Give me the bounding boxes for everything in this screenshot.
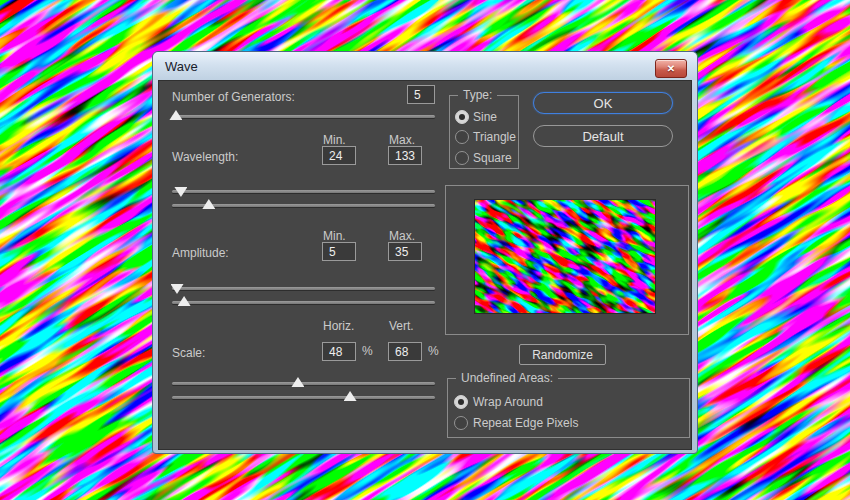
default-button[interactable]: Default xyxy=(533,125,673,147)
ok-button[interactable]: OK xyxy=(533,92,673,114)
amplitude-label: Amplitude: xyxy=(172,246,229,260)
amplitude-min-field[interactable] xyxy=(322,242,356,261)
randomize-button-label: Randomize xyxy=(532,348,593,362)
scale-vert-header: Vert. xyxy=(389,319,414,333)
type-radio-triangle[interactable] xyxy=(455,130,469,144)
close-button[interactable]: ✕ xyxy=(655,59,687,78)
type-radio-square-label[interactable]: Square xyxy=(473,151,512,165)
dialog-titlebar[interactable]: Wave ✕ xyxy=(153,52,697,80)
scale-vert-unit: % xyxy=(428,344,439,358)
wavelength-min-slider xyxy=(172,184,435,198)
randomize-button[interactable]: Randomize xyxy=(519,344,606,365)
type-radio-sine-label[interactable]: Sine xyxy=(473,110,497,124)
scale-horiz-slider-track[interactable] xyxy=(172,382,435,385)
wave-preview-thumbnail xyxy=(475,200,655,313)
dialog-content: Number of Generators: Min. Max. Waveleng… xyxy=(158,80,692,450)
scale-horiz-unit: % xyxy=(362,344,373,358)
amplitude-max-header: Max. xyxy=(389,229,415,243)
generators-label: Number of Generators: xyxy=(172,90,295,104)
screen: Wave ✕ Number of Generators: Min. Max. W… xyxy=(0,0,850,500)
wave-dialog: Wave ✕ Number of Generators: Min. Max. W… xyxy=(152,51,698,454)
amplitude-max-slider xyxy=(172,295,435,309)
type-group-label: Type: xyxy=(458,88,497,102)
ok-button-label: OK xyxy=(594,96,613,111)
generators-field[interactable] xyxy=(407,85,435,104)
undefined-radio-repeat-edge-label[interactable]: Repeat Edge Pixels xyxy=(473,416,578,430)
undefined-radio-wrap-around-label[interactable]: Wrap Around xyxy=(473,395,543,409)
scale-vert-slider xyxy=(172,390,435,404)
amplitude-max-field[interactable] xyxy=(388,242,422,261)
undefined-radio-wrap-around[interactable] xyxy=(454,395,468,409)
dialog-title: Wave xyxy=(165,59,198,74)
generators-slider xyxy=(172,109,435,123)
scale-horiz-field[interactable] xyxy=(322,342,356,361)
preview-panel xyxy=(445,185,689,335)
scale-vert-field[interactable] xyxy=(388,342,422,361)
wavelength-max-header: Max. xyxy=(389,133,415,147)
close-icon: ✕ xyxy=(667,64,675,74)
amplitude-max-slider-track[interactable] xyxy=(172,301,435,304)
generators-slider-track[interactable] xyxy=(172,115,435,118)
wavelength-min-header: Min. xyxy=(323,133,346,147)
type-group: Type: Sine Triangle Square xyxy=(449,95,519,169)
scale-horiz-slider xyxy=(172,376,435,390)
undefined-areas-group: Undefined Areas: Wrap Around Repeat Edge… xyxy=(447,378,690,438)
scale-vert-slider-track[interactable] xyxy=(172,396,435,399)
wavelength-label: Wavelength: xyxy=(172,150,238,164)
wavelength-min-slider-track[interactable] xyxy=(172,190,435,193)
scale-horiz-header: Horiz. xyxy=(323,319,354,333)
scale-label: Scale: xyxy=(172,346,205,360)
wavelength-max-field[interactable] xyxy=(388,146,422,165)
wavelength-max-slider xyxy=(172,198,435,212)
wavelength-min-field[interactable] xyxy=(322,146,356,165)
undefined-radio-repeat-edge[interactable] xyxy=(454,416,468,430)
default-button-label: Default xyxy=(582,129,623,144)
undefined-areas-label: Undefined Areas: xyxy=(456,371,558,385)
type-radio-sine[interactable] xyxy=(455,110,469,124)
amplitude-min-slider xyxy=(172,281,435,295)
type-radio-triangle-label[interactable]: Triangle xyxy=(473,130,516,144)
type-radio-square[interactable] xyxy=(455,151,469,165)
amplitude-min-slider-track[interactable] xyxy=(172,287,435,290)
amplitude-min-header: Min. xyxy=(323,229,346,243)
